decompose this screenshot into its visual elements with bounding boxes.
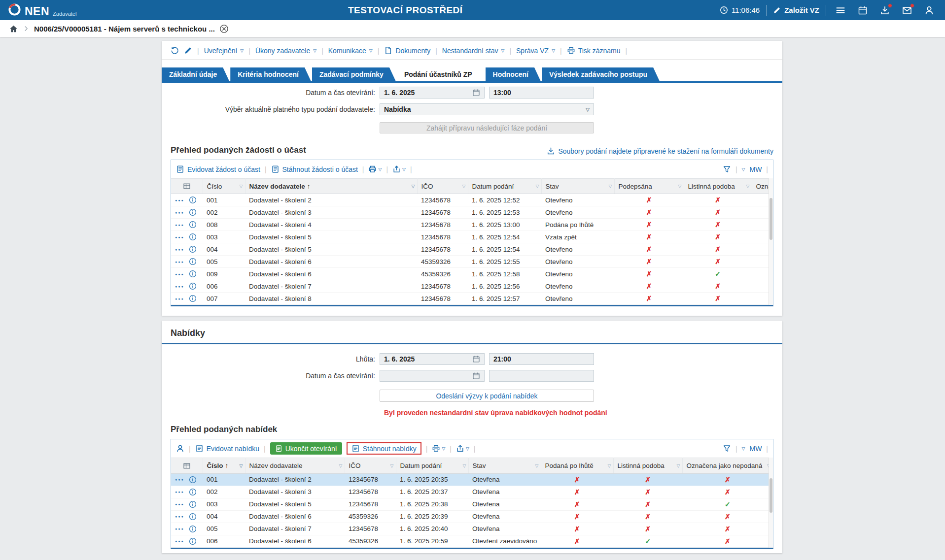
offers-opening-date-input[interactable] <box>380 370 485 382</box>
action-bar-item[interactable]: Tisk záznamu ▽ <box>567 46 621 55</box>
messages-button[interactable] <box>899 5 915 15</box>
col-ico[interactable]: IČO▽ <box>345 458 396 473</box>
request-row[interactable]: ●●● 002 Dodavatel - školení 3 12345678 1… <box>171 206 773 219</box>
offer-row[interactable]: ●●● 003 Dodavatel - školení 5 12345678 1… <box>171 498 773 510</box>
opening-time-input[interactable]: 13:00 <box>489 87 594 99</box>
info-icon[interactable] <box>189 513 197 521</box>
vertical-scrollbar[interactable] <box>769 458 773 547</box>
submission-type-select[interactable]: Nabídka ▽ <box>380 103 594 115</box>
submission-files-link[interactable]: Soubory podání najdete připravené ke sta… <box>547 147 773 155</box>
offer-row[interactable]: ●●● 002 Dodavatel - školení 3 12345678 1… <box>171 486 773 498</box>
request-row[interactable]: ●●● 003 Dodavatel - školení 5 12345678 1… <box>171 231 773 243</box>
edit-icon[interactable] <box>184 46 192 55</box>
info-icon[interactable] <box>189 233 197 241</box>
print-button[interactable]: ▽ <box>432 444 445 453</box>
action-bar-item[interactable]: Nestandardní stav ▽ <box>442 47 505 55</box>
register-request-button[interactable]: Evidovat žádost o účast <box>176 165 260 173</box>
row-menu-icon[interactable]: ●●● <box>175 297 184 300</box>
col-podepsana[interactable]: Podepsána▽ <box>614 179 684 194</box>
request-row[interactable]: ●●● 004 Dodavatel - školení 5 12345678 1… <box>171 243 773 256</box>
tab[interactable]: Výsledek zadávacího postupu <box>542 67 660 81</box>
col-stav[interactable]: Stav▽ <box>468 458 541 473</box>
user-initials[interactable]: MW <box>749 165 762 173</box>
action-bar-item[interactable]: Správa VZ ▽ <box>516 47 555 55</box>
request-row[interactable]: ●●● 009 Dodavatel - školení 6 45359326 1… <box>171 268 773 280</box>
downloads-button[interactable] <box>877 5 893 15</box>
brand[interactable]: NEN Zadavatel <box>8 3 76 17</box>
tab[interactable]: Hodnocení <box>486 67 541 81</box>
scrollbar-thumb[interactable] <box>770 198 772 240</box>
info-icon[interactable] <box>189 295 197 302</box>
row-menu-icon[interactable]: ●●● <box>175 211 184 214</box>
row-menu-icon[interactable]: ●●● <box>175 539 184 543</box>
col-listinna-podoba[interactable]: Listinná podoba▽ <box>684 179 752 194</box>
info-icon[interactable] <box>189 258 197 265</box>
col-cislo[interactable]: Číslo↑▽ <box>203 458 245 473</box>
row-menu-icon[interactable]: ●●● <box>175 260 184 264</box>
tab[interactable]: Zadávací podmínky <box>312 67 396 81</box>
tab[interactable]: Základní údaje <box>162 67 229 81</box>
info-icon[interactable] <box>189 208 197 216</box>
info-icon[interactable] <box>189 270 197 278</box>
create-vz-button[interactable]: Založit VZ <box>773 6 819 14</box>
tab[interactable]: Kritéria hodnocení <box>230 67 311 81</box>
col-datum-podani[interactable]: Datum podání▽ <box>396 458 468 473</box>
send-call-button[interactable]: Odeslání výzvy k podání nabídek <box>380 390 594 402</box>
close-record-icon[interactable] <box>219 24 229 33</box>
end-opening-button[interactable]: Ukončit otevírání <box>270 442 342 455</box>
action-bar-item[interactable]: Dokumenty ▽ <box>384 46 430 55</box>
export-button[interactable]: ▽ <box>456 444 469 453</box>
info-icon[interactable] <box>189 500 197 508</box>
layout-dropdown-icon[interactable]: ▽ <box>742 167 745 172</box>
row-menu-icon[interactable]: ●●● <box>175 490 184 494</box>
calendar-button[interactable] <box>855 5 871 15</box>
col-nazev-dodavatele[interactable]: Název dodavatele↑▽ <box>245 179 417 194</box>
action-bar-item[interactable]: Uveřejnění ▽ <box>204 47 244 55</box>
row-menu-icon[interactable]: ●●● <box>175 235 184 239</box>
opening-date-input[interactable]: 1. 6. 2025 <box>380 87 485 99</box>
col-podana-po-lhute[interactable]: Podaná po lhůtě▽ <box>541 458 613 473</box>
deadline-time-input[interactable]: 21:00 <box>489 353 594 365</box>
info-icon[interactable] <box>189 245 197 253</box>
row-menu-icon[interactable]: ●●● <box>175 285 184 288</box>
calendar-icon[interactable] <box>472 372 480 380</box>
row-menu-icon[interactable]: ●●● <box>175 478 184 481</box>
download-offers-button[interactable]: Stáhnout nabídky <box>351 444 417 453</box>
offer-row[interactable]: ●●● 006 Dodavatel - školení 6 45359326 1… <box>171 535 773 547</box>
offer-row[interactable]: ●●● 005 Dodavatel - školení 7 12345678 1… <box>171 523 773 535</box>
column-settings-icon[interactable] <box>183 182 191 190</box>
row-menu-icon[interactable]: ●●● <box>175 223 184 227</box>
action-bar-item[interactable]: Úkony zadavatele ▽ <box>255 47 316 55</box>
col-listinna-podoba[interactable]: Listinná podoba▽ <box>613 458 682 473</box>
offers-opening-time-input[interactable] <box>489 370 594 382</box>
profile-button[interactable] <box>921 5 937 15</box>
info-icon[interactable] <box>189 282 197 290</box>
offer-row[interactable]: ●●● 001 Dodavatel - školení 2 12345678 1… <box>171 473 773 486</box>
col-oznacena-jako-nepodana[interactable]: Označena jako nepodaná▽ <box>682 458 773 473</box>
info-icon[interactable] <box>189 525 197 533</box>
info-icon[interactable] <box>189 221 197 229</box>
calendar-icon[interactable] <box>472 355 480 363</box>
vertical-scrollbar[interactable] <box>769 178 773 305</box>
download-requests-button[interactable]: Stáhnout žádosti o účast <box>271 165 358 173</box>
offer-row[interactable]: ●●● 004 Dodavatel - školení 6 45359326 1… <box>171 510 773 523</box>
col-cislo[interactable]: Číslo▽ <box>203 179 245 194</box>
filter-button[interactable] <box>723 165 731 173</box>
row-menu-icon[interactable]: ●●● <box>175 248 184 251</box>
row-menu-icon[interactable]: ●●● <box>175 502 184 506</box>
row-menu-icon[interactable]: ●●● <box>175 198 184 202</box>
column-settings-icon[interactable] <box>183 462 191 470</box>
start-next-phase-button[interactable]: Zahájit přípravu následující fáze podání <box>380 122 594 133</box>
export-button[interactable]: ▽ <box>392 165 406 173</box>
home-icon[interactable] <box>9 24 18 33</box>
row-menu-icon[interactable]: ●●● <box>175 527 184 530</box>
filter-button[interactable] <box>723 444 731 453</box>
print-button[interactable]: ▽ <box>368 165 382 173</box>
info-icon[interactable] <box>189 488 197 496</box>
history-icon[interactable] <box>171 46 179 55</box>
col-datum-podani[interactable]: Datum podání▽ <box>468 179 541 194</box>
assign-user-button[interactable] <box>176 444 184 453</box>
record-breadcrumb[interactable]: N006/25/V00005181 - Nájem serverů s tech… <box>34 25 215 33</box>
info-icon[interactable] <box>189 196 197 204</box>
main-menu-button[interactable] <box>833 5 848 15</box>
